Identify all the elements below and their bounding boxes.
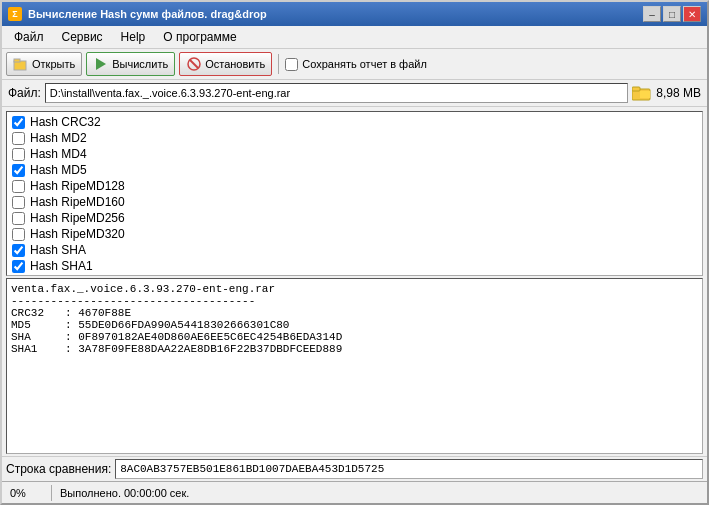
menu-bar: Файл Сервис Help О программе [2,26,707,49]
status-bar: 0% Выполнено. 00:00:00 сек. [2,481,707,503]
file-size-container: 8,98 MB [632,85,701,101]
stop-label: Остановить [205,58,265,70]
file-label: Файл: [8,86,41,100]
checkbox-ripemd320: Hash RipeMD320 [9,226,700,242]
title-bar: Σ Вычисление Hash сумм файлов. drag&drop… [2,2,707,26]
toolbar: Открыть Вычислить Остановить Сохранять о… [2,49,707,80]
checkbox-md4-input[interactable] [12,148,25,161]
results-value-crc32: : 4670F88E [65,307,131,319]
calc-button[interactable]: Вычислить [86,52,175,76]
menu-service[interactable]: Сервис [54,28,111,46]
results-label-crc32: CRC32 [11,307,61,319]
open-button[interactable]: Открыть [6,52,82,76]
checkbox-ripemd160: Hash RipeMD160 [9,194,700,210]
main-area: Hash CRC32 Hash MD2 Hash MD4 Hash MD5 Ha… [2,107,707,481]
menu-about[interactable]: О программе [155,28,244,46]
checkbox-md5: Hash MD5 [9,162,700,178]
svg-line-4 [190,60,198,68]
calc-icon [93,56,109,72]
status-percent: 0% [2,485,52,501]
checkbox-crc32: Hash CRC32 [9,114,700,130]
results-label-sha1: SHA1 [11,343,61,355]
close-button[interactable]: ✕ [683,6,701,22]
checkbox-md2-label: Hash MD2 [30,131,87,145]
checkbox-crc32-label: Hash CRC32 [30,115,101,129]
checkbox-ripemd160-label: Hash RipeMD160 [30,195,125,209]
file-path-text: D:\install\venta.fax._.voice.6.3.93.270-… [50,87,290,99]
results-row-sha1: SHA1 : 3A78F09FE88DAA22AE8DB16F22B37DBDF… [11,343,698,355]
toolbar-separator [278,54,279,74]
checkbox-md5-input[interactable] [12,164,25,177]
checkbox-sha: Hash SHA [9,242,700,258]
folder-icon [632,85,652,101]
svg-rect-6 [632,87,640,91]
results-value-md5: : 55DE0D66FDA990A54418302666301C80 [65,319,289,331]
results-separator: ------------------------------------- [11,295,698,307]
results-label-sha: SHA [11,331,61,343]
checkbox-md4: Hash MD4 [9,146,700,162]
checkbox-ripemd320-input[interactable] [12,228,25,241]
title-buttons: – □ ✕ [643,6,701,22]
open-icon [13,56,29,72]
checkbox-sha-input[interactable] [12,244,25,257]
stop-icon [186,56,202,72]
main-window: Σ Вычисление Hash сумм файлов. drag&drop… [0,0,709,505]
comparison-input[interactable] [115,459,703,479]
results-row-crc32: CRC32 : 4670F88E [11,307,698,319]
save-check-container: Сохранять отчет в файл [285,58,427,71]
checkboxes-panel: Hash CRC32 Hash MD2 Hash MD4 Hash MD5 Ha… [6,111,703,276]
menu-file[interactable]: Файл [6,28,52,46]
checkbox-sha1: Hash SHA1 [9,258,700,274]
results-filename: venta.fax._.voice.6.3.93.270-ent-eng.rar [11,283,698,295]
file-size-text: 8,98 MB [656,86,701,100]
checkbox-md5-label: Hash MD5 [30,163,87,177]
checkbox-md4-label: Hash MD4 [30,147,87,161]
checkbox-md2: Hash MD2 [9,130,700,146]
file-path-display: D:\install\venta.fax._.voice.6.3.93.270-… [45,83,628,103]
comparison-label: Строка сравнения: [6,462,111,476]
results-value-sha1: : 3A78F09FE88DAA22AE8DB16F22B37DBDFCEED8… [65,343,342,355]
checkbox-crc32-input[interactable] [12,116,25,129]
svg-marker-2 [96,58,106,70]
checkbox-ripemd256-label: Hash RipeMD256 [30,211,125,225]
checkbox-sha1-label: Hash SHA1 [30,259,93,273]
svg-rect-1 [14,59,20,62]
checkbox-ripemd128: Hash RipeMD128 [9,178,700,194]
status-text: Выполнено. 00:00:00 сек. [52,485,707,501]
stop-button[interactable]: Остановить [179,52,272,76]
file-row: Файл: D:\install\venta.fax._.voice.6.3.9… [2,80,707,107]
maximize-button[interactable]: □ [663,6,681,22]
checkbox-ripemd256: Hash RipeMD256 [9,210,700,226]
results-panel: venta.fax._.voice.6.3.93.270-ent-eng.rar… [6,278,703,454]
calc-label: Вычислить [112,58,168,70]
svg-rect-7 [640,91,650,98]
checkbox-ripemd128-label: Hash RipeMD128 [30,179,125,193]
minimize-button[interactable]: – [643,6,661,22]
checkbox-ripemd160-input[interactable] [12,196,25,209]
results-row-sha: SHA : 0F8970182AE40D860AE6EE5C6EC4254B6E… [11,331,698,343]
title-bar-left: Σ Вычисление Hash сумм файлов. drag&drop [8,7,267,21]
open-label: Открыть [32,58,75,70]
checkbox-ripemd320-label: Hash RipeMD320 [30,227,125,241]
save-label: Сохранять отчет в файл [302,58,427,70]
results-value-sha: : 0F8970182AE40D860AE6EE5C6EC4254B6EDA31… [65,331,342,343]
comparison-row: Строка сравнения: [2,456,707,481]
checkbox-ripemd128-input[interactable] [12,180,25,193]
checkbox-sha1-input[interactable] [12,260,25,273]
dots-divider: ,,,,,,,,,, [9,274,700,276]
window-title: Вычисление Hash сумм файлов. drag&drop [28,8,267,20]
checkbox-md2-input[interactable] [12,132,25,145]
results-row-md5: MD5 : 55DE0D66FDA990A54418302666301C80 [11,319,698,331]
checkbox-ripemd256-input[interactable] [12,212,25,225]
checkbox-sha-label: Hash SHA [30,243,86,257]
menu-help[interactable]: Help [113,28,154,46]
app-icon: Σ [8,7,22,21]
results-label-md5: MD5 [11,319,61,331]
save-checkbox[interactable] [285,58,298,71]
